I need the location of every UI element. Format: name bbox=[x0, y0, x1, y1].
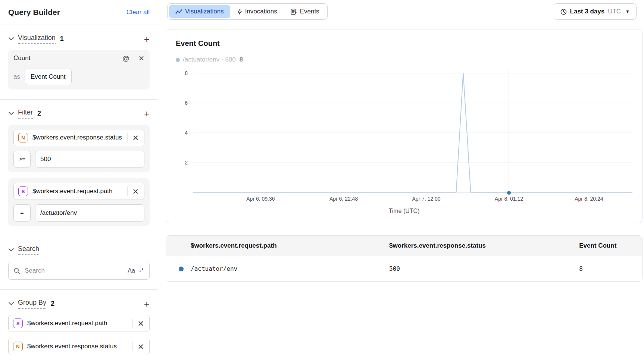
filter-value-input[interactable] bbox=[35, 204, 144, 222]
chevron-down-icon[interactable] bbox=[8, 111, 14, 117]
chart-area: 2468 bbox=[176, 69, 632, 193]
visualization-alias-field[interactable]: Event Count bbox=[25, 69, 72, 85]
chevron-down-icon[interactable] bbox=[8, 301, 14, 307]
divider bbox=[132, 318, 133, 328]
string-type-badge: S bbox=[18, 186, 28, 196]
time-range-selector[interactable]: Last 3 days UTC ▼ bbox=[554, 3, 637, 20]
tab-events[interactable]: Events bbox=[284, 5, 326, 18]
table-cell-count: 8 bbox=[554, 256, 642, 281]
search-input[interactable] bbox=[25, 267, 123, 274]
chart-panel: Event Count /actuator/env · 500 8 2468 A… bbox=[166, 29, 643, 223]
table-cell-path: /actuator/env bbox=[166, 256, 365, 281]
number-type-badge: N bbox=[13, 342, 23, 351]
filter-field-select[interactable]: S $workers.event.request.path ✕ bbox=[13, 183, 144, 200]
lightning-bolt-icon bbox=[237, 9, 242, 15]
query-builder-sidebar: Query Builder Clear all Visualization 1 … bbox=[0, 0, 158, 364]
main-content: Visualizations Invocations Events bbox=[158, 0, 644, 364]
regex-icon[interactable]: ▪* bbox=[140, 267, 144, 274]
tab-label: Events bbox=[300, 8, 319, 15]
x-axis: Apr 6, 09:36Apr 6, 22:48Apr 7, 12:00Apr … bbox=[193, 193, 632, 203]
query-builder-app: Query Builder Clear all Visualization 1 … bbox=[0, 0, 644, 364]
x-axis-title: Time (UTC) bbox=[176, 208, 632, 214]
y-tick-label: 6 bbox=[185, 100, 188, 106]
legend-dot bbox=[176, 58, 180, 62]
group-by-field-select[interactable]: S $workers.event.request.path ✕ bbox=[8, 315, 150, 332]
chevron-down-icon[interactable] bbox=[8, 36, 14, 42]
filter-operator-select[interactable]: = bbox=[13, 204, 31, 222]
remove-filter-icon[interactable]: ✕ bbox=[129, 134, 140, 142]
column-header: $workers.event.response.status bbox=[365, 236, 554, 256]
filter-field-select[interactable]: N $workers.event.response.status ✕ bbox=[13, 129, 144, 146]
remove-group-by-icon[interactable]: ✕ bbox=[134, 320, 145, 327]
filter-count: 2 bbox=[37, 110, 41, 117]
remove-filter-icon[interactable]: ✕ bbox=[129, 188, 140, 195]
time-range-timezone: UTC bbox=[608, 8, 621, 15]
add-visualization-button[interactable]: + bbox=[144, 35, 150, 43]
column-header: $workers.event.request.path bbox=[166, 236, 365, 256]
tab-label: Visualizations bbox=[185, 8, 224, 15]
divider bbox=[127, 133, 128, 142]
line-chart-icon bbox=[175, 9, 182, 14]
match-case-icon[interactable]: Aa bbox=[128, 267, 135, 274]
add-filter-button[interactable]: + bbox=[144, 110, 150, 117]
search-box: Aa ▪* bbox=[8, 262, 150, 280]
group-by-field-name: $workers.event.request.path bbox=[27, 320, 107, 327]
table-header-row: $workers.event.request.path $workers.eve… bbox=[166, 236, 642, 256]
sidebar-header: Query Builder Clear all bbox=[0, 0, 158, 25]
table-row[interactable]: /actuator/env 500 8 bbox=[166, 256, 642, 281]
series-color-dot bbox=[179, 266, 184, 271]
y-tick-label: 4 bbox=[185, 130, 188, 136]
group-by-field-select[interactable]: N $workers.event.response.status ✕ bbox=[8, 338, 150, 355]
chart-legend[interactable]: /actuator/env · 500 8 bbox=[176, 56, 632, 63]
filter-section-label: Filter bbox=[18, 109, 33, 119]
tab-visualizations[interactable]: Visualizations bbox=[169, 5, 230, 18]
at-sign-icon[interactable]: @ bbox=[122, 55, 129, 62]
string-type-badge: S bbox=[13, 318, 23, 328]
x-tick-label: Apr 6, 22:48 bbox=[329, 196, 358, 202]
search-icon bbox=[14, 268, 20, 274]
visualization-section: Visualization 1 + Count @ ✕ as Event Cou… bbox=[0, 25, 158, 99]
column-header: Event Count bbox=[554, 236, 642, 256]
tab-invocations[interactable]: Invocations bbox=[231, 5, 284, 18]
table-cell-status: 500 bbox=[365, 256, 554, 281]
chevron-down-icon[interactable] bbox=[8, 247, 14, 253]
filter-section: Filter 2 + N $workers.event.response.sta… bbox=[0, 100, 158, 236]
visualization-count: 1 bbox=[60, 35, 64, 43]
y-tick-label: 2 bbox=[185, 160, 188, 166]
line-chart bbox=[193, 69, 632, 193]
caret-down-icon: ▼ bbox=[625, 9, 630, 14]
close-icon[interactable]: ✕ bbox=[138, 55, 144, 62]
legend-series-label: /actuator/env · 500 bbox=[183, 56, 236, 63]
group-by-section-label: Group By bbox=[18, 299, 46, 309]
remove-group-by-icon[interactable]: ✕ bbox=[134, 343, 145, 351]
y-axis: 2468 bbox=[176, 69, 193, 193]
filter-field-name: $workers.event.request.path bbox=[32, 188, 113, 195]
view-tabs: Visualizations Invocations Events bbox=[167, 3, 328, 20]
filter-card: N $workers.event.response.status ✕ >= bbox=[8, 125, 150, 172]
as-label: as bbox=[13, 73, 20, 81]
divider bbox=[132, 342, 133, 351]
plot-area[interactable] bbox=[193, 69, 632, 193]
x-tick-label: Apr 8, 01:12 bbox=[495, 196, 523, 202]
page-title: Query Builder bbox=[8, 8, 60, 17]
filter-operator-select[interactable]: >= bbox=[13, 151, 31, 168]
filter-value-input[interactable] bbox=[35, 151, 144, 168]
x-tick-label: Apr 7, 12:00 bbox=[412, 196, 440, 202]
filter-card: S $workers.event.request.path ✕ = bbox=[8, 178, 150, 226]
group-by-section: Group By 2 + S $workers.event.request.pa… bbox=[0, 290, 158, 364]
top-bar: Visualizations Invocations Events bbox=[166, 0, 643, 23]
visualization-function[interactable]: Count bbox=[13, 54, 30, 62]
group-by-field-name: $workers.event.response.status bbox=[27, 343, 117, 350]
event-log-icon bbox=[291, 9, 297, 15]
time-range-label: Last 3 days bbox=[570, 8, 605, 15]
clock-icon bbox=[560, 9, 567, 15]
search-section: Search Aa ▪* bbox=[0, 236, 158, 289]
x-tick-label: Apr 6, 09:36 bbox=[246, 196, 275, 202]
legend-series-value: 8 bbox=[240, 56, 243, 63]
filter-field-name: $workers.event.response.status bbox=[32, 134, 122, 141]
divider bbox=[127, 186, 128, 196]
y-tick-label: 8 bbox=[185, 70, 188, 76]
clear-all-button[interactable]: Clear all bbox=[126, 9, 150, 16]
add-group-by-button[interactable]: + bbox=[144, 300, 150, 308]
tab-label: Invocations bbox=[245, 8, 277, 15]
